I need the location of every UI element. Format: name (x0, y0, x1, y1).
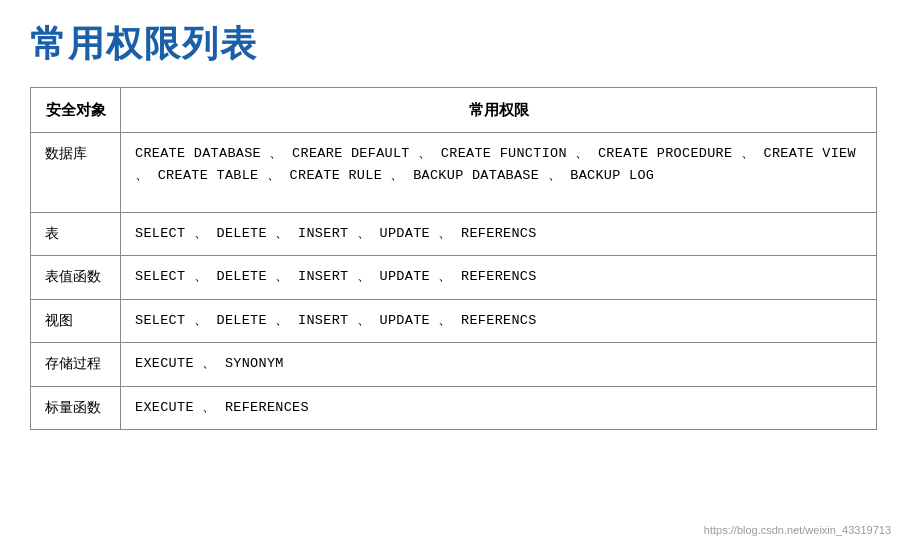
watermark: https://blog.csdn.net/weixin_43319713 (704, 524, 891, 536)
header-permissions: 常用权限 (121, 88, 877, 133)
cell-subject: 数据库 (31, 133, 121, 213)
table-row: 标量函数EXECUTE 、 REFERENCES (31, 386, 877, 429)
cell-subject: 表值函数 (31, 256, 121, 299)
cell-subject: 标量函数 (31, 386, 121, 429)
cell-permissions: CREATE DATABASE 、 CREARE DEFAULT 、 CREAT… (121, 133, 877, 213)
cell-permissions: EXECUTE 、 REFERENCES (121, 386, 877, 429)
table-header-row: 安全对象 常用权限 (31, 88, 877, 133)
cell-subject: 存储过程 (31, 343, 121, 386)
table-row: 视图SELECT 、 DELETE 、 INSERT 、 UPDATE 、 RE… (31, 299, 877, 342)
table-row: 表SELECT 、 DELETE 、 INSERT 、 UPDATE 、 REF… (31, 213, 877, 256)
cell-permissions: SELECT 、 DELETE 、 INSERT 、 UPDATE 、 REFE… (121, 256, 877, 299)
page-title: 常用权限列表 (30, 20, 877, 69)
permissions-table: 安全对象 常用权限 数据库CREATE DATABASE 、 CREARE DE… (30, 87, 877, 430)
table-row: 存储过程EXECUTE 、 SYNONYM (31, 343, 877, 386)
cell-permissions: SELECT 、 DELETE 、 INSERT 、 UPDATE 、 REFE… (121, 213, 877, 256)
cell-subject: 表 (31, 213, 121, 256)
cell-permissions: EXECUTE 、 SYNONYM (121, 343, 877, 386)
table-row: 表值函数SELECT 、 DELETE 、 INSERT 、 UPDATE 、 … (31, 256, 877, 299)
header-subject: 安全对象 (31, 88, 121, 133)
table-row: 数据库CREATE DATABASE 、 CREARE DEFAULT 、 CR… (31, 133, 877, 213)
cell-subject: 视图 (31, 299, 121, 342)
cell-permissions: SELECT 、 DELETE 、 INSERT 、 UPDATE 、 REFE… (121, 299, 877, 342)
